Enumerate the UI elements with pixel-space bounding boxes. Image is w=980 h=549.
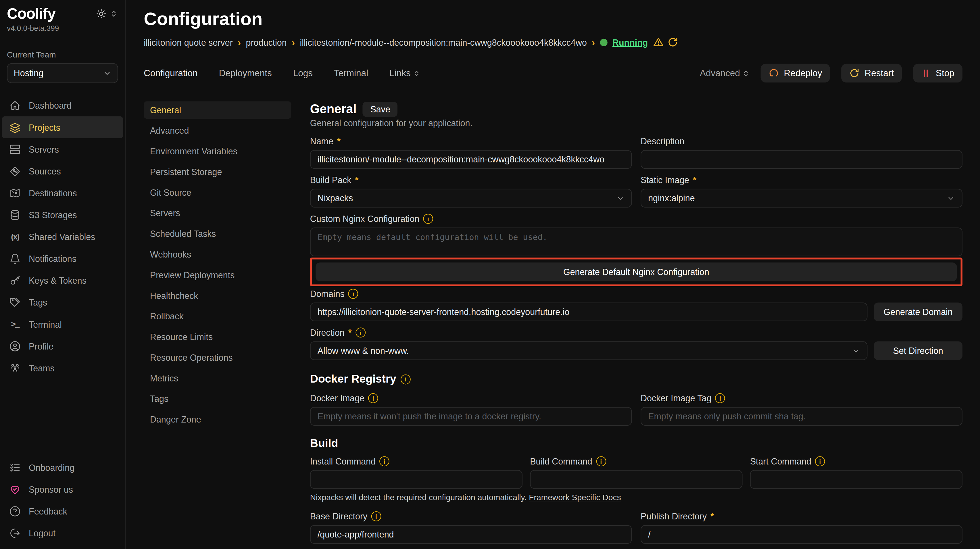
subnav-git-source[interactable]: Git Source — [144, 184, 291, 201]
users-icon — [10, 362, 21, 373]
tab-terminal[interactable]: Terminal — [334, 68, 368, 78]
sidebar-item-label: Notifications — [29, 253, 76, 264]
docker-image-tag-input[interactable] — [641, 407, 963, 426]
description-input[interactable] — [641, 150, 963, 169]
info-icon[interactable]: i — [379, 457, 390, 466]
status-badge[interactable]: Running — [612, 37, 648, 47]
sidebar-item-logout[interactable]: Logout — [2, 522, 123, 544]
app-logo: Coolify — [7, 5, 56, 22]
static-image-select[interactable]: nginx:alpine — [641, 189, 963, 207]
subnav-servers[interactable]: Servers — [144, 204, 291, 222]
domains-label: Domains i — [310, 287, 963, 300]
base-directory-label: Base Directory i — [310, 510, 632, 522]
sidebar-item-label: Onboarding — [29, 462, 75, 472]
restart-button[interactable]: Restart — [842, 64, 902, 83]
save-button[interactable]: Save — [363, 102, 398, 116]
info-icon[interactable]: i — [401, 374, 411, 384]
domains-input[interactable] — [310, 303, 868, 321]
sidebar-item-label: Feedback — [29, 506, 67, 516]
sidebar-item-dashboard[interactable]: Dashboard — [2, 94, 123, 116]
subnav-tags[interactable]: Tags — [144, 390, 291, 407]
sidebar-item-label: Sponsor us — [29, 484, 73, 494]
sidebar-item-shared-variables[interactable]: (x) Shared Variables — [2, 226, 123, 247]
config-subnav: General Advanced Environment Variables P… — [144, 101, 291, 549]
subnav-danger-zone[interactable]: Danger Zone — [144, 411, 291, 428]
sidebar-item-servers[interactable]: Servers — [2, 138, 123, 160]
start-command-label: Start Command i — [750, 455, 963, 467]
static-image-label: Static Image* — [641, 174, 963, 186]
info-icon[interactable]: i — [348, 289, 358, 299]
sidebar-item-sponsor-us[interactable]: Sponsor us — [2, 478, 123, 500]
info-icon[interactable]: i — [815, 457, 825, 466]
build-command-input[interactable] — [530, 470, 742, 489]
info-icon[interactable]: i — [368, 393, 378, 403]
base-directory-input[interactable] — [310, 525, 632, 544]
breadcrumb-project[interactable]: illicitonion quote server — [144, 37, 233, 47]
home-icon — [10, 100, 21, 111]
redeploy-button[interactable]: Redeploy — [761, 64, 830, 83]
sidebar-item-profile[interactable]: Profile — [2, 335, 123, 357]
subnav-general[interactable]: General — [144, 101, 291, 119]
layers-icon — [10, 122, 21, 133]
chevron-down-icon — [103, 69, 111, 77]
advanced-dropdown[interactable]: Advanced — [700, 68, 749, 78]
stop-button[interactable]: Stop — [913, 64, 963, 83]
custom-nginx-textarea[interactable] — [310, 228, 963, 256]
sidebar-item-sources[interactable]: Sources — [2, 160, 123, 182]
subnav-environment-variables[interactable]: Environment Variables — [144, 143, 291, 160]
docker-image-tag-label: Docker Image Tag i — [641, 392, 963, 404]
info-icon[interactable]: i — [371, 511, 381, 521]
framework-docs-link[interactable]: Framework Specific Docs — [529, 493, 621, 502]
subnav-metrics[interactable]: Metrics — [144, 369, 291, 387]
breadcrumb-resource[interactable]: illicitestonion/-module--decomposition:m… — [300, 37, 587, 47]
sidebar-item-projects[interactable]: Projects — [2, 116, 123, 138]
subnav-resource-operations[interactable]: Resource Operations — [144, 348, 291, 366]
subnav-preview-deployments[interactable]: Preview Deployments — [144, 266, 291, 284]
warning-triangle-icon[interactable] — [653, 37, 663, 48]
publish-directory-input[interactable] — [641, 525, 963, 544]
install-command-input[interactable] — [310, 470, 522, 489]
docker-image-input[interactable] — [310, 407, 632, 426]
start-command-input[interactable] — [750, 470, 963, 489]
name-input[interactable] — [310, 150, 632, 169]
sidebar-item-feedback[interactable]: Feedback — [2, 500, 123, 522]
info-icon[interactable]: i — [423, 214, 433, 224]
generate-domain-button[interactable]: Generate Domain — [873, 303, 963, 321]
sidebar-item-label: Teams — [29, 363, 55, 373]
sidebar-item-onboarding[interactable]: Onboarding — [2, 457, 123, 478]
subnav-scheduled-tasks[interactable]: Scheduled Tasks — [144, 225, 291, 243]
direction-select[interactable]: Allow www & non-www. — [310, 341, 868, 360]
refresh-icon[interactable] — [667, 37, 678, 48]
subnav-rollback[interactable]: Rollback — [144, 307, 291, 325]
coolify-app: Coolify v4.0.0-beta.399 Current Team Hos… — [0, 0, 980, 549]
subnav-resource-limits[interactable]: Resource Limits — [144, 328, 291, 346]
sidebar-item-s3-storages[interactable]: S3 Storages — [2, 204, 123, 226]
subnav-webhooks[interactable]: Webhooks — [144, 246, 291, 263]
subnav-persistent-storage[interactable]: Persistent Storage — [144, 163, 291, 181]
sidebar-item-keys-tokens[interactable]: Keys & Tokens — [2, 269, 123, 291]
breadcrumb-environment[interactable]: production — [246, 37, 287, 47]
team-select[interactable]: Hosting — [7, 63, 118, 83]
build-pack-select[interactable]: Nixpacks — [310, 189, 632, 207]
bell-icon — [10, 253, 21, 264]
tab-links[interactable]: Links — [390, 68, 420, 78]
sidebar-item-destinations[interactable]: Destinations — [2, 182, 123, 204]
info-icon[interactable]: i — [596, 457, 606, 466]
sidebar-item-teams[interactable]: Teams — [2, 357, 123, 379]
user-circle-icon — [10, 341, 21, 352]
subnav-advanced[interactable]: Advanced — [144, 122, 291, 139]
tab-configuration[interactable]: Configuration — [144, 68, 198, 78]
tab-deployments[interactable]: Deployments — [219, 68, 272, 78]
generate-nginx-config-button[interactable]: Generate Default Nginx Configuration — [315, 263, 957, 281]
theme-chevrons-icon[interactable] — [110, 10, 118, 21]
app-version: v4.0.0-beta.399 — [0, 22, 125, 32]
info-icon[interactable]: i — [715, 393, 725, 403]
info-icon[interactable]: i — [355, 328, 366, 338]
set-direction-button[interactable]: Set Direction — [873, 341, 963, 360]
sidebar-item-terminal[interactable]: >_ Terminal — [2, 313, 123, 335]
tab-logs[interactable]: Logs — [293, 68, 313, 78]
theme-sun-icon[interactable] — [96, 9, 107, 21]
sidebar-item-notifications[interactable]: Notifications — [2, 247, 123, 269]
sidebar-item-tags[interactable]: Tags — [2, 291, 123, 313]
subnav-healthcheck[interactable]: Healthcheck — [144, 287, 291, 304]
